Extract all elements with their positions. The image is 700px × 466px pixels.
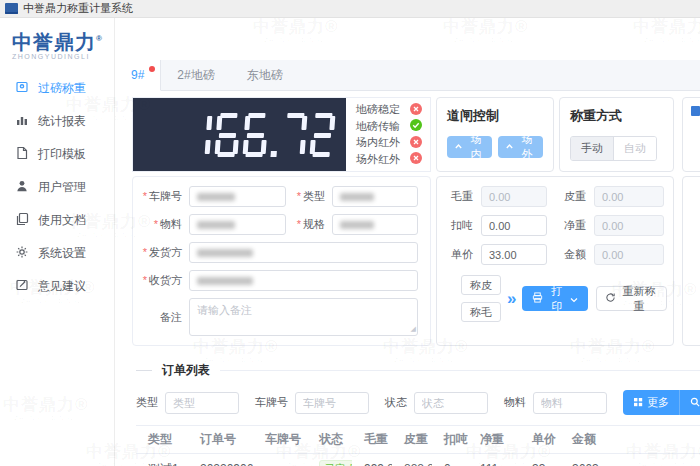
table-cell: eee	[253, 454, 307, 466]
filter-button-group: 更多搜索	[623, 390, 700, 415]
more-filters-button[interactable]: 更多	[623, 390, 679, 415]
weight-input: 0.00	[594, 186, 664, 207]
redacted-value	[197, 193, 235, 201]
remark-textarea[interactable]	[189, 298, 418, 336]
app-window: 中誉鼎力称重计量系统 中誉鼎力® ZHONGYUDINGLI 过磅称重统计报表打…	[0, 0, 700, 466]
gate-button-2[interactable]: 场外	[498, 136, 543, 158]
form-input[interactable]	[189, 242, 418, 263]
form-input[interactable]	[332, 186, 418, 207]
mode-option-2[interactable]: 自动	[614, 137, 656, 160]
order-filters: 类型车牌号状态物料更多搜索	[136, 390, 700, 415]
status-label: 地磅稳定	[356, 102, 400, 117]
segment-digit	[242, 113, 268, 157]
search-button[interactable]: 搜索	[680, 390, 700, 415]
column-header: 类型	[136, 426, 188, 454]
clipped-panel-icon	[691, 106, 700, 116]
filter-input-4[interactable]	[533, 392, 607, 414]
status-indicator: 地磅稳定	[356, 102, 422, 117]
weight-input[interactable]: 0.00	[481, 215, 547, 236]
sidebar-item-5[interactable]: 使用文档	[0, 204, 114, 237]
gate-control-title: 道闸控制	[447, 107, 543, 125]
tab-scale-3[interactable]: 东地磅	[231, 60, 299, 90]
weigh-mode-toggle: 手动自动	[570, 136, 657, 161]
tab-label: 东地磅	[247, 68, 283, 82]
sidebar-item-3[interactable]: 打印模板	[0, 138, 114, 171]
filter-input-1[interactable]	[165, 392, 239, 414]
table-cell: 33	[520, 454, 560, 466]
sidebar-item-label: 打印模板	[38, 146, 86, 163]
order-list-title: 订单列表	[162, 362, 210, 379]
status-label: 场外红外	[356, 152, 400, 167]
form-input[interactable]	[189, 186, 286, 207]
weight-field-label: 扣吨	[443, 218, 473, 233]
vehicle-form-panel: 车牌号类型物料规格发货方收货方备注◢	[132, 176, 431, 346]
redacted-value	[197, 277, 253, 285]
table-row[interactable]: 测试1202209060002eee已完成999.88888.880111333…	[136, 454, 700, 466]
weight-field-label: 皮重	[556, 189, 586, 204]
column-header: 毛重	[352, 426, 392, 454]
weight-input: 0.00	[594, 244, 664, 265]
print-button[interactable]: 打印	[522, 286, 588, 311]
weigh-gross-button[interactable]: 称毛	[461, 302, 501, 322]
sidebar-item-label: 意见建议	[38, 278, 86, 295]
weighbridge-icon	[15, 80, 29, 97]
form-field-label: 发货方	[133, 245, 189, 260]
grid-more-icon	[633, 397, 643, 409]
segment-digit	[309, 113, 335, 157]
segment-digit	[214, 113, 240, 157]
alert-dot	[149, 66, 155, 72]
chevron-up-icon	[505, 141, 514, 153]
status-error-icon	[410, 103, 422, 117]
mode-option-1[interactable]: 手动	[571, 137, 614, 160]
tab-scale-2[interactable]: 2#地磅	[161, 60, 230, 90]
filter-input-2[interactable]	[295, 392, 369, 414]
tab-label: 9#	[131, 68, 144, 82]
scale-tabbar: 9#2#地磅东地磅	[115, 60, 700, 91]
form-input[interactable]	[189, 214, 286, 235]
tab-label: 2#地磅	[177, 68, 214, 82]
column-header: 订单号	[188, 426, 253, 454]
sidebar-item-2[interactable]: 统计报表	[0, 105, 114, 138]
column-header: 扣吨	[432, 426, 468, 454]
table-cell: 测试1	[136, 454, 188, 466]
form-field-label: 车牌号	[133, 189, 189, 204]
sidebar-item-4[interactable]: 用户管理	[0, 171, 114, 204]
table-cell: 0	[432, 454, 468, 466]
orders-table: 类型订单号车牌号状态毛重皮重扣吨净重单价金额物料测试1202209060002e…	[136, 425, 700, 466]
sidebar-item-6[interactable]: 系统设置	[0, 237, 114, 270]
column-header: 单价	[520, 426, 560, 454]
sidebar-item-label: 使用文档	[38, 212, 86, 229]
gate-button-1[interactable]: 场内	[447, 136, 492, 158]
table-cell: 3663	[560, 454, 700, 466]
feedback-icon	[15, 278, 29, 295]
bar-chart-icon	[15, 113, 29, 130]
filter-label: 状态	[385, 395, 407, 410]
chevron-up-icon	[454, 141, 463, 153]
table-cell: 已完成	[307, 454, 352, 466]
weight-field-label: 毛重	[443, 189, 473, 204]
gate-button-label: 场外	[518, 132, 536, 162]
weight-input: 0.00	[594, 215, 664, 236]
tab-scale-1[interactable]: 9#	[115, 60, 161, 91]
scale-display-panel: 地磅稳定地磅传输场内红外场外红外	[132, 97, 431, 172]
print-template-icon	[15, 146, 29, 163]
form-input[interactable]	[189, 270, 418, 291]
window-title: 中誉鼎力称重计量系统	[23, 1, 133, 16]
redacted-value	[340, 221, 374, 229]
weight-input[interactable]: 33.00	[481, 244, 547, 265]
sidebar-item-7[interactable]: 意见建议	[0, 270, 114, 303]
weigh-tare-button[interactable]: 称皮	[461, 275, 501, 295]
sidebar-item-1[interactable]: 过磅称重	[0, 72, 114, 105]
double-chevron-icon: »	[507, 290, 516, 307]
table-cell: 888.88	[392, 454, 432, 466]
weight-field-label: 单价	[443, 247, 473, 262]
form-field-label: 类型	[286, 189, 332, 204]
column-header: 车牌号	[253, 426, 307, 454]
form-input[interactable]	[332, 214, 418, 235]
column-header: 皮重	[392, 426, 432, 454]
filter-input-3[interactable]	[414, 392, 488, 414]
reweigh-button[interactable]: 重新称重	[596, 286, 667, 311]
status-badge: 已完成	[319, 460, 352, 466]
status-indicator: 场内红外	[356, 135, 422, 150]
redacted-value	[197, 249, 253, 257]
